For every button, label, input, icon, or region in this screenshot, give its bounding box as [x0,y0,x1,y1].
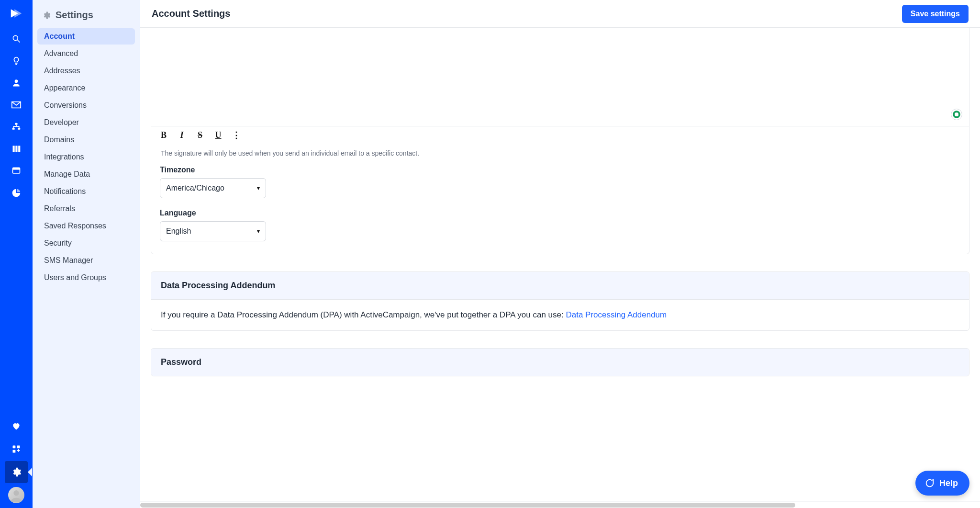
reports-icon[interactable] [5,182,28,204]
svg-line-1 [18,40,20,43]
help-label: Help [939,478,958,488]
settings-sidebar: Settings Account Advanced Addresses Appe… [33,0,140,508]
svg-point-2 [15,79,18,83]
language-value: English [166,227,191,236]
content-scroll[interactable]: G B I S U ⋮ The signature will only be u… [140,28,980,501]
chevron-down-icon: ▾ [257,185,260,192]
svg-point-14 [13,490,19,496]
svg-rect-11 [13,446,16,449]
sidebar-item-notifications[interactable]: Notifications [37,183,135,200]
automations-icon[interactable] [5,116,28,138]
timezone-select[interactable]: America/Chicago ▾ [160,178,266,198]
topbar: Account Settings Save settings [140,0,980,28]
sidebar-item-addresses[interactable]: Addresses [37,63,135,79]
dpa-section: Data Processing Addendum If you require … [151,271,969,331]
svg-point-0 [13,35,18,40]
password-title: Password [151,349,969,376]
sidebar-item-sms-manager[interactable]: SMS Manager [37,252,135,269]
italic-button[interactable]: I [177,130,187,140]
sidebar-item-users-groups[interactable]: Users and Groups [37,270,135,286]
sidebar-item-advanced[interactable]: Advanced [37,45,135,62]
svg-rect-8 [18,146,20,152]
sidebar-item-referrals[interactable]: Referrals [37,201,135,217]
sidebar-item-account[interactable]: Account [37,28,135,45]
sidebar-item-security[interactable]: Security [37,235,135,251]
editor-toolbar: B I S U ⋮ [151,126,969,145]
sidebar-item-developer[interactable]: Developer [37,114,135,131]
svg-rect-13 [13,450,16,453]
grammarly-icon[interactable]: G [951,109,962,120]
underline-button[interactable]: U [213,130,223,140]
sidebar-title-text: Settings [56,10,93,21]
svg-rect-12 [17,446,20,449]
svg-rect-6 [13,146,15,152]
sidebar-title: Settings [37,7,135,28]
scrollbar-thumb[interactable] [140,503,795,508]
site-icon[interactable] [5,160,28,182]
strikethrough-button[interactable]: S [195,130,205,140]
signature-helper-text: The signature will only be used when you… [161,149,959,157]
app-logo[interactable] [7,4,26,23]
timezone-group: Timezone America/Chicago ▾ [160,166,960,198]
dpa-body: If you require a Data Processing Addendu… [151,300,969,330]
favorites-icon[interactable] [5,415,28,437]
signature-card: G B I S U ⋮ The signature will only be u… [151,28,969,254]
settings-icon[interactable] [5,461,28,483]
svg-rect-3 [15,123,18,125]
deals-icon[interactable] [5,138,28,160]
chat-icon [924,478,935,488]
page-title: Account Settings [152,8,230,19]
language-select[interactable]: English ▾ [160,221,266,241]
language-group: Language English ▾ [160,209,960,241]
main-area: Account Settings Save settings G B I S U… [140,0,980,508]
idea-icon[interactable] [5,50,28,72]
timezone-value: America/Chicago [166,184,224,192]
primary-nav-rail [0,0,33,508]
svg-rect-7 [15,146,17,152]
more-format-button[interactable]: ⋮ [232,130,241,140]
dpa-text: If you require a Data Processing Addendu… [161,310,566,319]
chevron-down-icon: ▾ [257,228,260,235]
user-avatar[interactable] [8,487,24,503]
dpa-link[interactable]: Data Processing Addendum [566,310,667,319]
password-section: Password [151,348,969,376]
sidebar-item-integrations[interactable]: Integrations [37,149,135,165]
language-label: Language [160,209,960,217]
save-settings-button[interactable]: Save settings [902,5,969,23]
dpa-title: Data Processing Addendum [151,272,969,300]
signature-editor-area[interactable]: G [151,28,969,126]
bold-button[interactable]: B [159,130,168,140]
sidebar-item-saved-responses[interactable]: Saved Responses [37,218,135,234]
campaigns-icon[interactable] [5,94,28,116]
gear-icon [42,11,51,20]
help-button[interactable]: Help [915,471,969,496]
sidebar-item-domains[interactable]: Domains [37,132,135,148]
horizontal-scrollbar[interactable] [140,501,980,508]
svg-rect-10 [13,168,20,169]
apps-icon[interactable] [5,438,28,460]
contacts-icon[interactable] [5,72,28,94]
sidebar-item-conversions[interactable]: Conversions [37,97,135,113]
sidebar-item-manage-data[interactable]: Manage Data [37,166,135,182]
svg-rect-4 [12,128,15,130]
timezone-label: Timezone [160,166,960,174]
search-icon[interactable] [5,28,28,50]
sidebar-item-appearance[interactable]: Appearance [37,80,135,96]
svg-rect-5 [18,128,20,130]
